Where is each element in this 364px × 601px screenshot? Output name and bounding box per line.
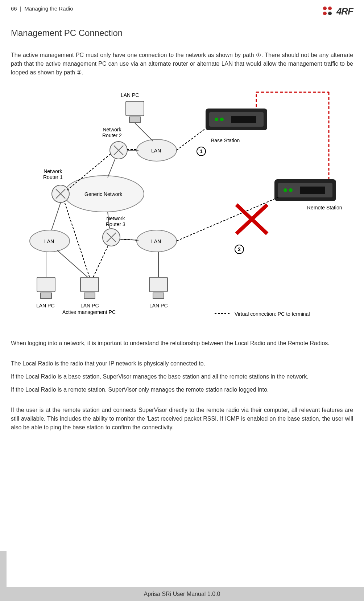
label-lan-pc-1: LAN PC bbox=[36, 303, 55, 308]
logo-text: 4RF bbox=[336, 6, 353, 17]
header-breadcrumb: 66 | Managing the Radio bbox=[11, 5, 73, 12]
network-diagram: LAN PC Network Router 1 Network Router 2… bbox=[13, 85, 351, 328]
label-generic-network: Generic Network bbox=[84, 191, 122, 197]
svg-point-1 bbox=[328, 7, 332, 10]
label-active-mgmt: Active management PC bbox=[62, 309, 116, 315]
svg-rect-18 bbox=[129, 117, 140, 122]
svg-line-42 bbox=[57, 250, 88, 277]
diagram-container: LAN PC Network Router 1 Network Router 2… bbox=[11, 85, 353, 328]
label-virtual-conn: Virtual connection: PC to terminal bbox=[235, 311, 310, 317]
paragraph-4: If the Local Radio is a base station, Su… bbox=[11, 372, 353, 381]
footer-accent bbox=[0, 551, 7, 587]
label-router-2: Network Router 2 bbox=[102, 127, 122, 138]
paragraph-6: If the user is at the remote station and… bbox=[11, 406, 353, 432]
section-name: Managing the Radio bbox=[24, 5, 73, 12]
svg-point-32 bbox=[284, 188, 287, 192]
logo: 4RF bbox=[322, 5, 353, 17]
svg-point-27 bbox=[215, 118, 218, 121]
svg-point-3 bbox=[328, 12, 332, 15]
svg-point-28 bbox=[220, 118, 224, 121]
label-router-1: Network Router 1 bbox=[43, 168, 63, 180]
svg-point-33 bbox=[289, 188, 293, 192]
page-header: 66 | Managing the Radio 4RF bbox=[0, 0, 364, 17]
footer-text: Aprisa SRi User Manual 1.0.0 bbox=[144, 591, 220, 597]
svg-rect-23 bbox=[149, 277, 167, 292]
separator: | bbox=[20, 5, 21, 12]
label-lan-pc-top: LAN PC bbox=[121, 92, 139, 98]
paragraph-5: If the Local Radio is a remote station, … bbox=[11, 385, 353, 394]
paragraph-3: The Local Radio is the radio that your I… bbox=[11, 359, 353, 368]
label-lan-top: LAN bbox=[151, 148, 161, 154]
logo-dots-icon bbox=[322, 5, 334, 17]
svg-rect-17 bbox=[126, 101, 144, 116]
page-number: 66 bbox=[11, 5, 17, 12]
label-router-3: Network Router 3 bbox=[106, 216, 125, 227]
footer: Aprisa SRi User Manual 1.0.0 bbox=[0, 587, 364, 601]
svg-rect-19 bbox=[37, 277, 55, 292]
label-lan-pc-2: LAN PC bbox=[80, 303, 99, 308]
svg-rect-29 bbox=[231, 116, 256, 123]
label-base-station: Base Station bbox=[211, 138, 240, 143]
paragraph-1: The active management PC must only have … bbox=[11, 51, 353, 77]
svg-line-37 bbox=[108, 159, 115, 177]
svg-point-2 bbox=[323, 12, 327, 15]
svg-rect-22 bbox=[84, 293, 95, 298]
label-remote-station: Remote Station bbox=[307, 205, 342, 210]
svg-rect-34 bbox=[300, 187, 325, 194]
svg-rect-24 bbox=[153, 293, 164, 298]
label-lan-pc-3: LAN PC bbox=[149, 303, 168, 308]
label-lan-right: LAN bbox=[151, 238, 161, 244]
svg-line-35 bbox=[135, 123, 153, 141]
main-content: Management PC Connection The active mana… bbox=[0, 17, 364, 432]
badge-2: 2 bbox=[235, 245, 244, 254]
paragraph-2: When logging into a network, it is impor… bbox=[11, 339, 353, 348]
svg-line-38 bbox=[51, 203, 61, 230]
svg-point-0 bbox=[323, 7, 327, 10]
svg-rect-21 bbox=[80, 277, 99, 292]
badge-1: 1 bbox=[197, 147, 206, 156]
section-title: Management PC Connection bbox=[11, 28, 353, 38]
svg-rect-20 bbox=[41, 293, 51, 298]
label-lan-left: LAN bbox=[44, 238, 54, 244]
